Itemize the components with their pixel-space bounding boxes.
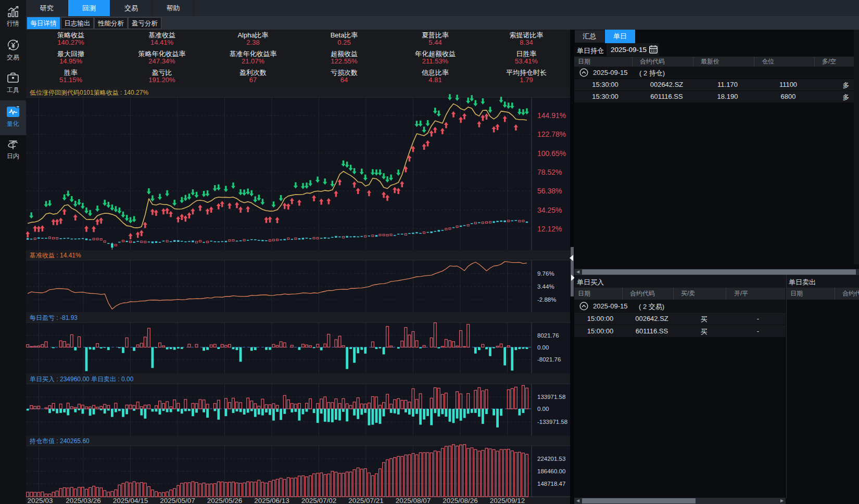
svg-text:每日盈亏 : -81.93: 每日盈亏 : -81.93 <box>30 314 78 321</box>
svg-text:100.65%: 100.65% <box>537 149 566 158</box>
svg-text:持仓市值 : 240265.60: 持仓市值 : 240265.60 <box>29 437 90 445</box>
svg-text:2025/07/02: 2025/07/02 <box>301 497 337 504</box>
svg-text:78.52%: 78.52% <box>537 168 562 176</box>
svg-text:2025/09/12: 2025/09/12 <box>490 497 525 504</box>
svg-text:0.00: 0.00 <box>537 406 549 412</box>
svg-text:2025/08/07: 2025/08/07 <box>396 497 431 504</box>
svg-text:2025/08/26: 2025/08/26 <box>443 497 478 504</box>
svg-text:56.38%: 56.38% <box>537 187 562 195</box>
svg-text:3.44%: 3.44% <box>537 283 554 290</box>
svg-text:单日买入 : 234960.00 单日卖出 : 0.00: 单日买入 : 234960.00 单日卖出 : 0.00 <box>30 376 134 383</box>
svg-text:基准收益 : 14.41%: 基准收益 : 14.41% <box>30 252 81 259</box>
svg-text:-2.88%: -2.88% <box>537 296 556 303</box>
svg-text:122.78%: 122.78% <box>537 130 566 138</box>
svg-text:2025/05/07: 2025/05/07 <box>160 497 195 504</box>
svg-text:2025/06/13: 2025/06/13 <box>254 497 289 504</box>
svg-text:2025/03/26: 2025/03/26 <box>66 497 101 504</box>
svg-text:低位涨停回测代码0101策略收益 : 140.27%: 低位涨停回测代码0101策略收益 : 140.27% <box>30 89 148 96</box>
svg-text:2025/05/26: 2025/05/26 <box>207 497 243 504</box>
svg-text:-8021.76: -8021.76 <box>537 356 561 363</box>
svg-text:144.91%: 144.91% <box>537 111 566 120</box>
svg-text:148718.47: 148718.47 <box>537 481 565 487</box>
svg-text:8021.76: 8021.76 <box>537 332 559 339</box>
svg-text:0.00: 0.00 <box>537 344 549 351</box>
svg-text:9.76%: 9.76% <box>537 270 554 277</box>
svg-text:224201.53: 224201.53 <box>537 456 565 462</box>
svg-text:133971.58: 133971.58 <box>537 394 565 400</box>
svg-text:2025/04/15: 2025/04/15 <box>113 497 148 504</box>
svg-text:2025/03: 2025/03 <box>28 497 53 504</box>
svg-text:-133971.58: -133971.58 <box>537 419 567 425</box>
svg-text:186460.00: 186460.00 <box>537 468 565 474</box>
svg-text:34.25%: 34.25% <box>537 206 562 214</box>
svg-text:12.12%: 12.12% <box>537 225 562 233</box>
svg-text:2025/07/21: 2025/07/21 <box>348 497 384 504</box>
